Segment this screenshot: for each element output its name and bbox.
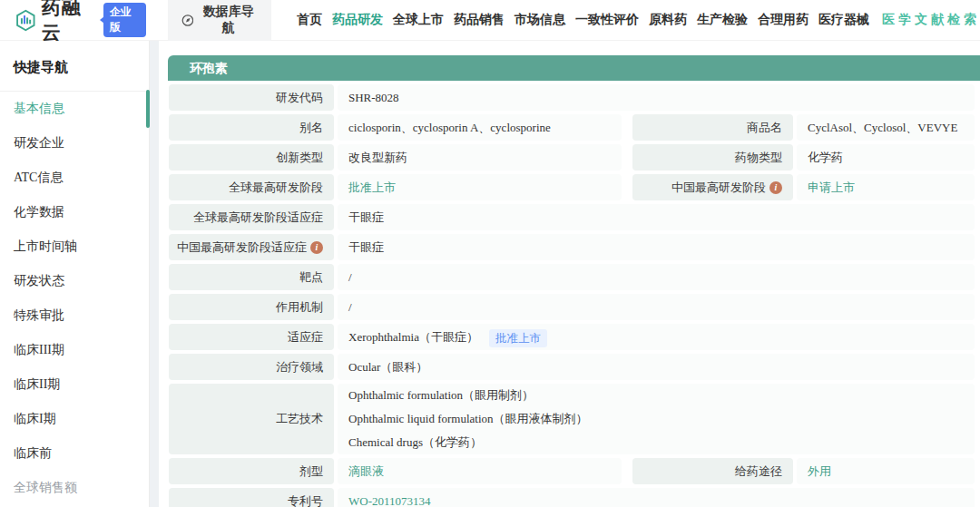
value-link[interactable]: 外用: [808, 464, 831, 478]
sidebar-item[interactable]: 特殊审批: [0, 298, 149, 333]
field-value: CyclAsol、Cyclosol、VEVYE: [797, 114, 975, 141]
app-logo[interactable]: 药融云 企业版: [15, 0, 146, 45]
field-label-text: 中国最高研发阶段: [671, 180, 766, 196]
nav-item[interactable]: 生产检验: [697, 12, 748, 28]
field-label-text: 药物类型: [735, 150, 782, 166]
info-row: 研发代码SHR-8028: [169, 84, 975, 111]
main-nav: 首页药品研发全球上市药品销售市场信息一致性评价原料药生产检验合理用药医疗器械: [297, 12, 869, 28]
field-label: 靶点: [169, 264, 334, 290]
value-text: /: [348, 300, 352, 314]
field-label: 专利号: [169, 488, 334, 507]
field-label: 创新类型: [169, 144, 334, 171]
value-text: 干眼症: [348, 240, 384, 254]
field-label: 中国最高研发阶段适应症i: [169, 234, 334, 260]
database-nav-label: 数据库导航: [199, 4, 258, 36]
drug-title-bar: 环孢素: [168, 55, 980, 81]
main-content: 环孢素 研发代码SHR-8028别名ciclosporin、cyclospori…: [159, 41, 980, 507]
sidebar-title: 快捷导航: [0, 41, 149, 92]
nav-item[interactable]: 药品研发: [332, 12, 383, 28]
field-label-text: 给药途径: [735, 463, 782, 480]
drug-info-table: 研发代码SHR-8028别名ciclosporin、cyclosporin A、…: [169, 84, 975, 507]
field-value: 申请上市: [797, 174, 975, 200]
value-text: ciclosporin、cyclosporin A、cyclosporine: [348, 121, 551, 134]
field-label-text: 别名: [299, 120, 323, 136]
info-row: 别名ciclosporin、cyclosporin A、cyclosporine…: [169, 114, 975, 141]
field-value: Ophthalmic formulation（眼用制剂）Ophthalmic l…: [338, 384, 975, 454]
field-value: ciclosporin、cyclosporin A、cyclosporine: [338, 114, 622, 141]
field-label-text: 商品名: [747, 120, 782, 136]
field-value: Xerophthalmia（干眼症）批准上市: [338, 324, 975, 350]
value-link[interactable]: 申请上市: [808, 180, 855, 194]
field-label: 中国最高研发阶段i: [632, 174, 793, 200]
field-value: 改良型新药: [338, 144, 622, 171]
value-text: Ocular（眼科）: [348, 360, 427, 374]
sidebar-item[interactable]: 临床前: [0, 436, 149, 471]
field-value: 化学药: [797, 144, 975, 171]
enterprise-badge: 企业版: [103, 3, 146, 37]
field-label-text: 工艺技术: [276, 411, 323, 427]
sidebar-item[interactable]: 全球销售额: [0, 471, 149, 505]
sidebar-item[interactable]: 临床II期: [0, 367, 149, 402]
info-row: 中国最高研发阶段适应症i干眼症: [169, 234, 975, 260]
nav-item[interactable]: 全球上市: [393, 12, 444, 28]
field-label-text: 全球最高研发阶段适应症: [193, 210, 323, 226]
field-label: 研发代码: [169, 84, 334, 111]
field-label-text: 创新类型: [276, 150, 323, 166]
field-value: 干眼症: [338, 204, 975, 230]
field-label: 商品名: [632, 114, 793, 141]
field-label: 给药途径: [632, 458, 793, 484]
info-icon[interactable]: i: [310, 241, 323, 254]
info-row: 全球最高研发阶段批准上市中国最高研发阶段i申请上市: [169, 174, 975, 200]
nav-item[interactable]: 医疗器械: [818, 12, 869, 28]
value-text: SHR-8028: [348, 91, 399, 104]
value-text: Chemical drugs（化学药）: [348, 435, 482, 449]
database-nav-button[interactable]: 数据库导航: [168, 0, 271, 43]
value-text: Ophthalmic liquid formulation（眼用液体制剂）: [348, 412, 588, 425]
nav-item[interactable]: 合理用药: [758, 12, 808, 28]
field-value: SHR-8028: [338, 84, 975, 111]
nav-item[interactable]: 药品销售: [454, 12, 505, 28]
info-icon[interactable]: i: [769, 181, 782, 194]
info-row: 全球最高研发阶段适应症干眼症: [169, 204, 975, 230]
field-value: 批准上市: [338, 174, 622, 200]
nav-item[interactable]: 一致性评价: [575, 12, 639, 28]
sidebar-item[interactable]: 临床I期: [0, 402, 149, 436]
field-value: Ocular（眼科）: [338, 354, 975, 380]
quick-nav-sidebar: 快捷导航 基本信息研发企业ATC信息化学数据上市时间轴研发状态特殊审批临床III…: [0, 41, 150, 507]
status-badge: 批准上市: [489, 329, 547, 347]
nav-item[interactable]: 首页: [297, 12, 322, 28]
field-label: 别名: [169, 114, 334, 141]
nav-item[interactable]: 原料药: [649, 12, 687, 28]
info-row: 剂型滴眼液给药途径外用: [169, 458, 975, 484]
info-row: 治疗领域Ocular（眼科）: [169, 354, 975, 380]
nav-item-medical-literature-search[interactable]: 医学文献检索: [882, 12, 980, 28]
top-header: 药融云 企业版 数据库导航 首页药品研发全球上市药品销售市场信息一致性评价原料药…: [0, 0, 980, 41]
hexagon-bar-chart-icon: [15, 8, 37, 33]
value-link[interactable]: WO-2011073134: [348, 494, 431, 507]
value-text: 干眼症: [348, 210, 384, 224]
app-window: 药融云 企业版 数据库导航 首页药品研发全球上市药品销售市场信息一致性评价原料药…: [0, 0, 980, 507]
field-value: 滴眼液: [338, 458, 622, 484]
value-link[interactable]: 批准上市: [348, 180, 396, 194]
sidebar-item[interactable]: 研发企业: [0, 126, 149, 161]
info-row: 工艺技术Ophthalmic formulation（眼用制剂）Ophthalm…: [169, 384, 975, 454]
sidebar-item[interactable]: ATC信息: [0, 161, 149, 195]
field-label-text: 专利号: [288, 493, 323, 507]
sidebar-item[interactable]: 上市时间轴: [0, 229, 149, 264]
field-value: /: [338, 264, 975, 290]
value-text: /: [348, 270, 352, 284]
field-label: 全球最高研发阶段: [169, 174, 334, 200]
value-text: CyclAsol、Cyclosol、VEVYE: [808, 121, 957, 134]
nav-item[interactable]: 市场信息: [514, 12, 565, 28]
sidebar-item[interactable]: 研发状态: [0, 264, 149, 298]
value-text: 化学药: [808, 151, 843, 164]
info-row: 作用机制/: [169, 294, 975, 320]
field-label-text: 治疗领域: [276, 359, 323, 375]
field-label: 适应症: [169, 324, 334, 350]
sidebar-item[interactable]: 基本信息: [0, 92, 149, 126]
field-label-text: 研发代码: [276, 90, 323, 106]
field-label: 剂型: [169, 458, 334, 484]
sidebar-item[interactable]: 临床III期: [0, 333, 149, 367]
value-link[interactable]: 滴眼液: [348, 464, 384, 478]
sidebar-item[interactable]: 化学数据: [0, 195, 149, 229]
